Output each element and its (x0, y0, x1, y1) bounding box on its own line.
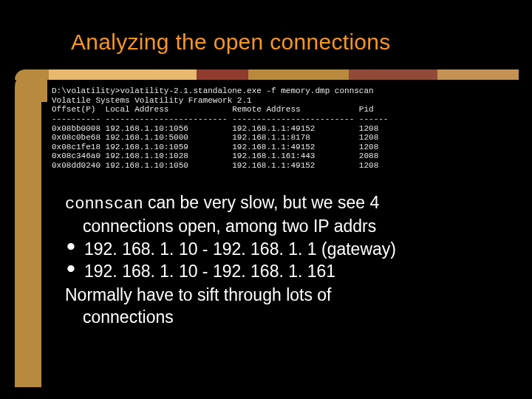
terminal-row: 0x08c0be68 192.168.1.10:5000 192.168.1.1… (52, 133, 378, 142)
body-line: Normally have to sift through lots of (65, 284, 495, 307)
terminal-row: 0x08c1fe18 192.168.1.10:1059 192.168.1.1… (52, 143, 378, 151)
terminal-line: D:\volatility>volatility-2.1.standalone.… (52, 86, 374, 95)
list-item: 192. 168. 1. 10 - 192. 168. 1. 1 (gatewa… (65, 239, 495, 261)
terminal-row: 0x08bb0008 192.168.1.10:1056 192.168.1.1… (52, 124, 378, 133)
body-line: connscan can be very slow, but we see 4 (65, 192, 495, 216)
body-text-span: can be very slow, but we see 4 (143, 193, 380, 212)
lcars-segment (349, 69, 437, 80)
lcars-segment (248, 69, 349, 80)
command-name: connscan (65, 195, 143, 214)
body-content: connscan can be very slow, but we see 4 … (65, 192, 495, 329)
lcars-segment (437, 69, 519, 80)
terminal-line: Offset(P) Local Address Remote Address P… (52, 105, 388, 114)
list-item: 192. 168. 1. 10 - 192. 168. 1. 161 (65, 261, 495, 283)
terminal-line: Volatile Systems Volatility Framework 2.… (52, 96, 252, 105)
terminal-output: D:\volatility>volatility-2.1.standalone.… (52, 85, 451, 171)
body-line: connections (65, 307, 495, 329)
body-line: connections open, among two IP addrs (65, 216, 495, 238)
lcars-elbow (15, 69, 47, 102)
bullet-list: 192. 168. 1. 10 - 192. 168. 1. 1 (gatewa… (65, 239, 495, 283)
lcars-segment (197, 69, 248, 80)
slide: Analyzing the open connections D:\volati… (0, 0, 532, 399)
terminal-line: ---------- ------------------------- ---… (52, 115, 388, 123)
terminal-row: 0x08dd0240 192.168.1.10:1050 192.168.1.1… (52, 161, 378, 170)
terminal-row: 0x08c346a0 192.168.1.10:1028 192.168.1.1… (52, 151, 378, 160)
lcars-sidebar (15, 69, 41, 387)
lcars-segment (49, 69, 197, 80)
slide-title: Analyzing the open connections (71, 30, 391, 55)
